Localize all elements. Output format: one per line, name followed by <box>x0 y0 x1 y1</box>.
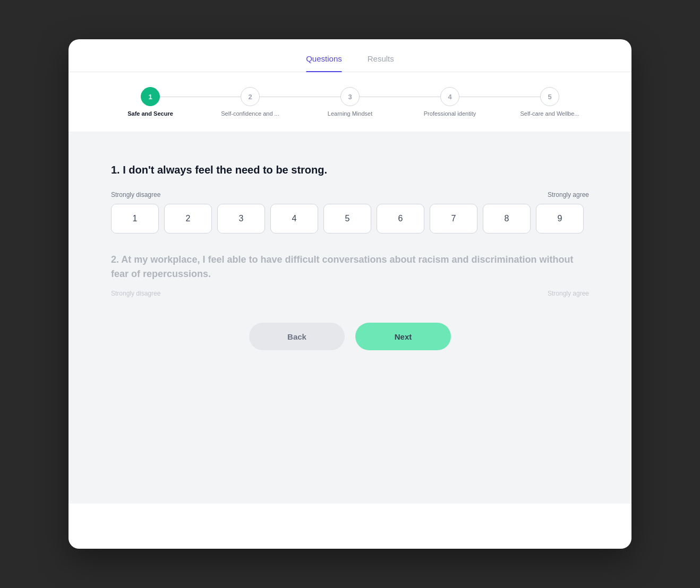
step-item-3[interactable]: 3 Learning Mindset <box>300 87 400 117</box>
step-item-1[interactable]: 1 Safe and Secure <box>100 87 200 117</box>
scale-2-left-label: Strongly disagree <box>111 290 160 297</box>
scale-1-btn-8[interactable]: 8 <box>483 204 531 234</box>
stepper-section: 1 Safe and Secure 2 Self-confidence and … <box>69 72 631 132</box>
step-item-2[interactable]: 2 Self-confidence and ... <box>200 87 300 117</box>
question-2-block: 2. At my workplace, I feel able to have … <box>111 253 589 297</box>
scale-1-btn-2[interactable]: 2 <box>164 204 212 234</box>
question-1-text: 1. I don't always feel the need to be st… <box>111 164 589 176</box>
scale-1-btn-7[interactable]: 7 <box>430 204 477 234</box>
step-circle-2: 2 <box>241 87 260 106</box>
scale-1-right-label: Strongly agree <box>548 191 589 198</box>
scale-1-left-label: Strongly disagree <box>111 191 160 198</box>
tab-results[interactable]: Results <box>368 54 394 72</box>
main-card: Questions Results 1 Safe and Secure 2 Se… <box>69 39 631 549</box>
step-item-5[interactable]: 5 Self-care and Wellbe... <box>500 87 600 117</box>
tabs-bar: Questions Results <box>69 39 631 72</box>
step-label-1: Safe and Secure <box>127 110 173 117</box>
question-2-text: 2. At my workplace, I feel able to have … <box>111 253 589 281</box>
step-label-4: Professional identity <box>424 110 476 117</box>
stepper: 1 Safe and Secure 2 Self-confidence and … <box>100 87 600 117</box>
tab-questions[interactable]: Questions <box>306 54 342 72</box>
main-content: 1. I don't always feel the need to be st… <box>69 132 631 504</box>
step-circle-1: 1 <box>141 87 160 106</box>
question-1-block: 1. I don't always feel the need to be st… <box>111 164 589 234</box>
scale-1-labels: Strongly disagree Strongly agree <box>111 191 589 198</box>
step-circle-5: 5 <box>540 87 559 106</box>
step-circle-4: 4 <box>440 87 459 106</box>
step-label-3: Learning Mindset <box>328 110 372 117</box>
back-button[interactable]: Back <box>249 323 345 350</box>
scale-2-right-label: Strongly agree <box>548 290 589 297</box>
step-label-5: Self-care and Wellbe... <box>520 110 579 117</box>
scale-1-btn-6[interactable]: 6 <box>377 204 424 234</box>
step-item-4[interactable]: 4 Professional identity <box>400 87 500 117</box>
step-circle-3: 3 <box>340 87 360 106</box>
next-button[interactable]: Next <box>355 323 451 350</box>
scale-1-btn-5[interactable]: 5 <box>323 204 371 234</box>
scale-1-buttons: 1 2 3 4 5 6 7 8 9 <box>111 204 589 234</box>
scale-1-btn-9[interactable]: 9 <box>536 204 584 234</box>
scale-1-btn-3[interactable]: 3 <box>217 204 265 234</box>
action-bar: Back Next <box>111 323 589 350</box>
scale-1-btn-1[interactable]: 1 <box>111 204 159 234</box>
scale-2-labels: Strongly disagree Strongly agree <box>111 290 589 297</box>
step-label-2: Self-confidence and ... <box>221 110 279 117</box>
scale-1-btn-4[interactable]: 4 <box>270 204 318 234</box>
